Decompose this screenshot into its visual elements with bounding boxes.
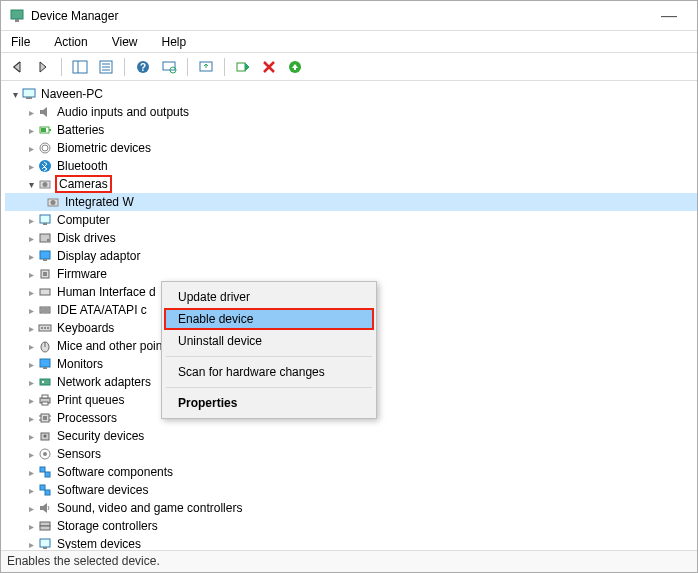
expand-icon[interactable] bbox=[25, 431, 37, 442]
tree-item-storage[interactable]: Storage controllers bbox=[5, 517, 697, 535]
tree-item-bluetooth[interactable]: Bluetooth bbox=[5, 157, 697, 175]
tree-item-audio[interactable]: Audio inputs and outputs bbox=[5, 103, 697, 121]
svg-point-61 bbox=[43, 452, 47, 456]
svg-rect-0 bbox=[11, 10, 23, 19]
expand-icon[interactable] bbox=[25, 323, 37, 334]
cm-scan-hardware[interactable]: Scan for hardware changes bbox=[164, 361, 374, 383]
expand-icon[interactable] bbox=[25, 161, 37, 172]
svg-rect-36 bbox=[40, 307, 50, 313]
expand-icon[interactable] bbox=[25, 341, 37, 352]
tree-label: Disk drives bbox=[57, 231, 116, 245]
speaker-icon bbox=[37, 500, 53, 516]
tree-label: Cameras bbox=[59, 177, 108, 191]
show-hide-tree-button[interactable] bbox=[70, 57, 90, 77]
expand-icon[interactable] bbox=[25, 107, 37, 118]
cm-enable-device[interactable]: Enable device bbox=[164, 308, 374, 330]
device-tree[interactable]: Naveen-PC Audio inputs and outputs Batte… bbox=[1, 81, 697, 549]
expand-icon[interactable] bbox=[25, 125, 37, 136]
bluetooth-icon bbox=[37, 158, 53, 174]
chip-icon bbox=[37, 266, 53, 282]
update-driver-button[interactable] bbox=[196, 57, 216, 77]
menu-help[interactable]: Help bbox=[156, 33, 193, 51]
tree-item-display[interactable]: Display adaptor bbox=[5, 247, 697, 265]
svg-rect-47 bbox=[40, 379, 50, 385]
svg-point-24 bbox=[43, 182, 48, 187]
tree-item-batteries[interactable]: Batteries bbox=[5, 121, 697, 139]
back-button[interactable] bbox=[7, 57, 27, 77]
svg-rect-69 bbox=[43, 547, 47, 549]
tree-item-sw-components[interactable]: Software components bbox=[5, 463, 697, 481]
expand-icon[interactable] bbox=[25, 395, 37, 406]
hid-icon bbox=[37, 284, 53, 300]
tree-item-camera-child[interactable]: Integrated W bbox=[5, 193, 697, 211]
expand-icon[interactable] bbox=[25, 449, 37, 460]
enable-device-button[interactable] bbox=[233, 57, 253, 77]
expand-icon[interactable] bbox=[25, 269, 37, 280]
forward-button[interactable] bbox=[33, 57, 53, 77]
tree-item-sensors[interactable]: Sensors bbox=[5, 445, 697, 463]
tree-label: Software devices bbox=[57, 483, 148, 497]
expand-icon[interactable] bbox=[25, 251, 37, 262]
expand-icon[interactable] bbox=[25, 467, 37, 478]
expand-icon[interactable] bbox=[9, 89, 21, 100]
svg-point-26 bbox=[51, 200, 56, 205]
tree-label: Batteries bbox=[57, 123, 104, 137]
cm-properties[interactable]: Properties bbox=[164, 392, 374, 414]
tree-label: Security devices bbox=[57, 429, 144, 443]
uninstall-button[interactable] bbox=[259, 57, 279, 77]
storage-icon bbox=[37, 518, 53, 534]
menu-view[interactable]: View bbox=[106, 33, 144, 51]
expand-icon[interactable] bbox=[25, 359, 37, 370]
expand-icon[interactable] bbox=[25, 503, 37, 514]
audio-icon bbox=[37, 104, 53, 120]
expand-icon[interactable] bbox=[25, 377, 37, 388]
computer-icon bbox=[37, 212, 53, 228]
expand-icon[interactable] bbox=[25, 215, 37, 226]
tree-item-cameras[interactable]: Cameras bbox=[5, 175, 697, 193]
expand-icon[interactable] bbox=[25, 287, 37, 298]
tree-label: Display adaptor bbox=[57, 249, 140, 263]
svg-rect-10 bbox=[163, 62, 175, 70]
battery-icon bbox=[37, 122, 53, 138]
disk-icon bbox=[37, 230, 53, 246]
svg-rect-42 bbox=[47, 327, 49, 329]
properties-button[interactable] bbox=[96, 57, 116, 77]
scan-button[interactable] bbox=[159, 57, 179, 77]
tree-root[interactable]: Naveen-PC bbox=[5, 85, 697, 103]
svg-rect-28 bbox=[43, 223, 47, 225]
help-button[interactable]: ? bbox=[133, 57, 153, 77]
svg-point-59 bbox=[44, 435, 47, 438]
expand-icon[interactable] bbox=[25, 521, 37, 532]
cm-update-driver[interactable]: Update driver bbox=[164, 286, 374, 308]
expand-icon[interactable] bbox=[25, 305, 37, 316]
add-legacy-button[interactable] bbox=[285, 57, 305, 77]
tree-item-biometric[interactable]: Biometric devices bbox=[5, 139, 697, 157]
svg-rect-16 bbox=[26, 97, 32, 99]
menu-file[interactable]: File bbox=[5, 33, 36, 51]
cm-uninstall-device[interactable]: Uninstall device bbox=[164, 330, 374, 352]
sensor-icon bbox=[37, 446, 53, 462]
tree-label: Firmware bbox=[57, 267, 107, 281]
expand-icon[interactable] bbox=[25, 233, 37, 244]
tree-item-sw-devices[interactable]: Software devices bbox=[5, 481, 697, 499]
tree-item-computer[interactable]: Computer bbox=[5, 211, 697, 229]
expand-icon[interactable] bbox=[25, 485, 37, 496]
tree-label: IDE ATA/ATAPI c bbox=[57, 303, 147, 317]
menu-action[interactable]: Action bbox=[48, 33, 93, 51]
tree-item-security[interactable]: Security devices bbox=[5, 427, 697, 445]
tree-item-disk[interactable]: Disk drives bbox=[5, 229, 697, 247]
expand-icon[interactable] bbox=[25, 143, 37, 154]
expand-icon[interactable] bbox=[25, 179, 37, 190]
tree-item-sound[interactable]: Sound, video and game controllers bbox=[5, 499, 697, 517]
svg-rect-50 bbox=[42, 395, 48, 398]
tree-item-system[interactable]: System devices bbox=[5, 535, 697, 549]
svg-rect-51 bbox=[42, 402, 48, 405]
mouse-icon bbox=[37, 338, 53, 354]
expand-icon[interactable] bbox=[25, 413, 37, 424]
svg-rect-35 bbox=[40, 289, 50, 295]
expand-icon[interactable] bbox=[25, 539, 37, 550]
component-icon bbox=[37, 482, 53, 498]
minimize-button[interactable]: — bbox=[649, 7, 689, 25]
svg-rect-41 bbox=[44, 327, 46, 329]
highlight-cameras: Cameras bbox=[55, 175, 112, 193]
